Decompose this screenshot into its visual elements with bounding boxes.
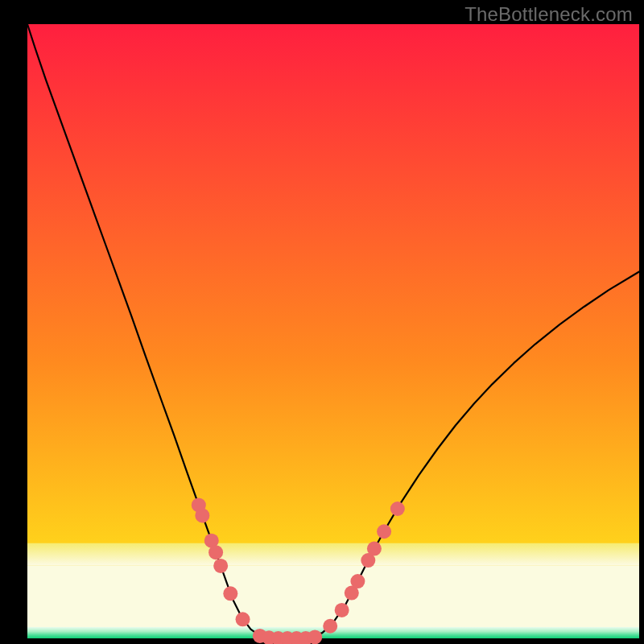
curve-marker bbox=[308, 630, 322, 644]
curve-marker bbox=[323, 619, 337, 634]
band-soft-2 bbox=[27, 565, 639, 627]
curve-marker bbox=[367, 542, 382, 556]
curve-marker bbox=[223, 586, 237, 601]
curve-marker bbox=[390, 502, 405, 516]
curve-marker bbox=[350, 574, 365, 588]
curve-marker bbox=[213, 559, 228, 573]
chart-stage: TheBottleneck.com bbox=[0, 0, 644, 644]
curve-marker bbox=[195, 508, 209, 522]
chart-svg bbox=[0, 0, 644, 644]
curve-marker bbox=[335, 603, 349, 617]
curve-marker bbox=[377, 524, 391, 539]
curve-marker bbox=[208, 545, 223, 559]
curve-marker bbox=[236, 612, 250, 626]
band-soft-1 bbox=[27, 543, 639, 565]
